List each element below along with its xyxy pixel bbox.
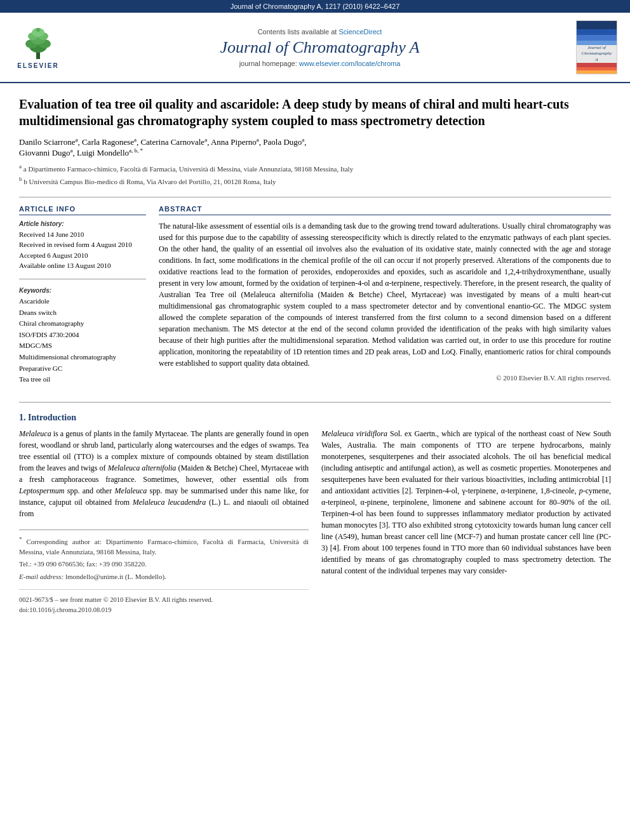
history-received: Received 14 June 2010 Received in revise…: [19, 229, 146, 271]
affil-b: b b Università Campus Bio-medico di Roma…: [19, 175, 611, 187]
author-carla: Carla Ragonese: [82, 137, 134, 147]
copyright-line: © 2010 Elsevier B.V. All rights reserved…: [159, 374, 611, 382]
intro-right-text: Melaleuca viridiflora Sol. ex Gaertn., w…: [321, 428, 611, 577]
abstract-header: ABSTRACT: [159, 205, 611, 215]
author-paola: Paola Dugo: [263, 137, 302, 147]
banner-text: Journal of Chromatography A, 1217 (2010)…: [231, 3, 400, 10]
affil-a: a a Dipartimento Farmaco-chimico, Facolt…: [19, 163, 611, 174]
footnote-tel: Tel.: +39 090 6766536; fax: +39 090 3582…: [19, 559, 309, 570]
divider-2: [19, 402, 611, 403]
author-anna: Anna Piperno: [211, 137, 257, 147]
svg-point-8: [36, 28, 40, 32]
article-info-col: ARTICLE INFO Article history: Received 1…: [19, 205, 146, 392]
author-caterina: Caterina Carnovale: [140, 137, 204, 147]
article-info-header: ARTICLE INFO: [19, 205, 146, 215]
journal-center: Contents lists available at ScienceDirec…: [76, 28, 563, 67]
journal-header: ELSEVIER Contents lists available at Sci…: [0, 13, 630, 83]
bottom-bar: 0021-9673/$ – see front matter © 2010 El…: [19, 589, 309, 615]
authors-line: Danilo Sciarronea, Carla Ragonesea, Cate…: [19, 137, 611, 159]
elsevier-logo: ELSEVIER: [13, 26, 64, 69]
sciencedirect-link[interactable]: ScienceDirect: [338, 28, 382, 36]
article-history-block: Article history: Received 14 June 2010 R…: [19, 220, 146, 271]
intro-title: 1. Introduction: [19, 413, 611, 423]
abstract-text: The natural-like assessment of essential…: [159, 220, 611, 369]
footnote-email: E-mail address: lmondello@unime.it (L. M…: [19, 571, 309, 582]
keywords-block: Keywords: Ascaridole Deans switch Chiral…: [19, 287, 146, 385]
history-label: Article history:: [19, 220, 146, 227]
author-giovanni: Giovanni Dugo: [19, 149, 70, 158]
author-danilo: Danilo Sciarrone: [19, 137, 75, 147]
intro-body: Melaleuca is a genus of plants in the fa…: [19, 428, 611, 615]
homepage-link[interactable]: www.elsevier.com/locate/chroma: [299, 60, 401, 67]
journal-title: Journal of Chromatography A: [76, 38, 563, 57]
intro-left-col: Melaleuca is a genus of plants in the fa…: [19, 428, 309, 615]
journal-banner: Journal of Chromatography A, 1217 (2010)…: [0, 0, 630, 13]
article-content: Evaluation of tea tree oil quality and a…: [0, 83, 630, 628]
keywords-list: Ascaridole Deans switch Chiral chromatog…: [19, 296, 146, 385]
journal-cover-image: Journal ofChromatographyA: [576, 20, 617, 74]
keywords-label: Keywords:: [19, 287, 146, 294]
author-luigi: Luigi Mondello: [77, 149, 129, 158]
divider-keywords: [19, 279, 146, 279]
intro-left-text: Melaleuca is a genus of plants in the fa…: [19, 428, 309, 519]
info-abstract-section: ARTICLE INFO Article history: Received 1…: [19, 205, 611, 392]
elsevier-tree-icon: [19, 26, 57, 61]
footnote-corresponding: * Corresponding author at: Dipartimento …: [19, 535, 309, 557]
divider-1: [19, 197, 611, 197]
affiliations: a a Dipartimento Farmaco-chimico, Facolt…: [19, 163, 611, 187]
introduction-section: 1. Introduction Melaleuca is a genus of …: [19, 413, 611, 615]
journal-homepage: journal homepage: www.elsevier.com/locat…: [76, 60, 563, 67]
footnotes: * Corresponding author at: Dipartimento …: [19, 530, 309, 582]
article-title: Evaluation of tea tree oil quality and a…: [19, 96, 611, 129]
contents-available: Contents lists available at ScienceDirec…: [76, 28, 563, 36]
abstract-col: ABSTRACT The natural-like assessment of …: [159, 205, 611, 392]
issn-text: 0021-9673/$ – see front matter © 2010 El…: [19, 595, 213, 615]
elsevier-label: ELSEVIER: [17, 62, 58, 69]
intro-right-col: Melaleuca viridiflora Sol. ex Gaertn., w…: [321, 428, 611, 615]
